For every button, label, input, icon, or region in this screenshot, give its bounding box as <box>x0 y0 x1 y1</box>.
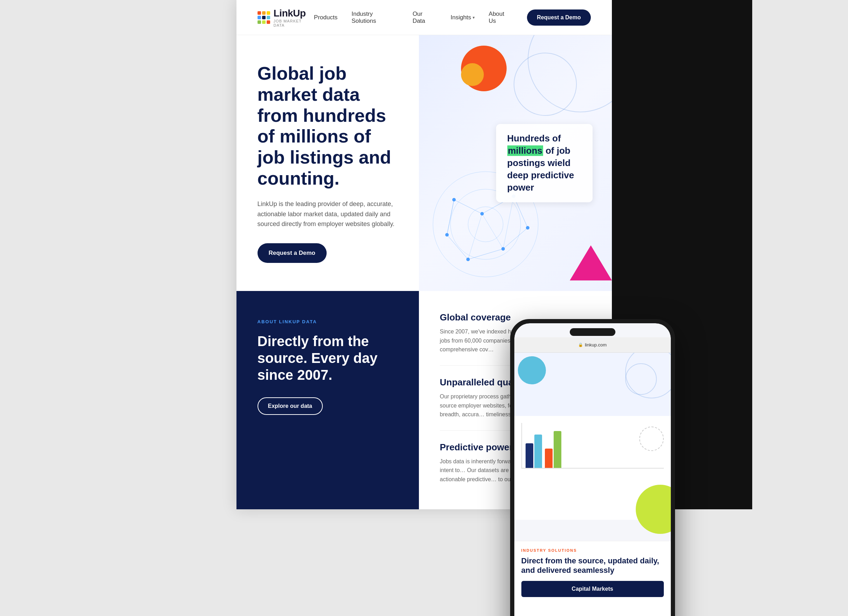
svg-point-18 <box>501 247 505 251</box>
hero-overlay-text: Hundreds of millions of job postings wie… <box>507 132 581 194</box>
hero-visual: Hundreds of millions of job postings wie… <box>419 35 612 291</box>
svg-point-15 <box>480 212 484 215</box>
svg-point-20 <box>445 233 449 237</box>
phone-circle-outline-2 <box>625 363 657 395</box>
phone-url-bar: 🔒 linkup.com <box>514 337 671 353</box>
phone-teal-circle <box>518 356 546 384</box>
phone-hero-visual <box>514 353 671 416</box>
hero-title: Global job market data from hundreds of … <box>258 63 398 189</box>
svg-point-19 <box>466 258 470 261</box>
hero-subtitle: LinkUp is the leading provider of deep, … <box>258 199 398 229</box>
svg-point-17 <box>526 226 529 230</box>
logo-tagline: JOB MARKET DATA <box>274 19 314 27</box>
logo-text: LinkUp JOB MARKET DATA <box>274 8 314 27</box>
svg-line-7 <box>468 249 503 260</box>
bar-navy <box>526 443 533 468</box>
capital-markets-button[interactable]: Capital Markets <box>521 581 664 597</box>
hero-section: Global job market data from hundreds of … <box>236 35 419 291</box>
request-demo-hero-button[interactable]: Request a Demo <box>258 243 327 263</box>
logo-grid-icon <box>258 11 270 24</box>
lock-icon: 🔒 <box>578 343 583 347</box>
circle-outline-small <box>514 53 577 116</box>
phone-mockup: 🔒 linkup.com <box>510 319 675 616</box>
svg-line-11 <box>468 214 482 260</box>
nav-products[interactable]: Products <box>314 14 338 21</box>
explore-data-button[interactable]: Explore our data <box>258 397 323 415</box>
about-label: ABOUT LINKUP DATA <box>258 319 398 324</box>
about-title: Directly from the source. Every day sinc… <box>258 333 398 383</box>
phone-screen: 🔒 linkup.com <box>514 323 671 616</box>
nav-industry-solutions[interactable]: Industry Solutions <box>351 10 399 25</box>
bar-green <box>554 431 561 468</box>
insights-chevron-icon: ▾ <box>473 15 475 20</box>
bar-group-2 <box>545 431 561 468</box>
bar-group-1 <box>526 435 542 468</box>
triangle-pink-decoration <box>570 245 612 281</box>
navbar: LinkUp JOB MARKET DATA Products Industry… <box>236 0 612 35</box>
svg-line-13 <box>447 200 454 235</box>
yellow-circle-decoration <box>461 63 484 86</box>
right-column: Global coverage Since 2007, we've indexe… <box>419 291 612 509</box>
industry-label: INDUSTRY SOLUTIONS <box>521 548 664 552</box>
dashed-circle-decoration <box>639 426 664 451</box>
bar-blue <box>534 435 542 468</box>
logo-name: LinkUp <box>274 8 314 19</box>
nav-links: Products Industry Solutions Our Data Ins… <box>314 9 591 26</box>
svg-point-14 <box>452 198 456 202</box>
logo[interactable]: LinkUp JOB MARKET DATA <box>258 8 314 27</box>
phone-industry-section: INDUSTRY SOLUTIONS Direct from the sourc… <box>514 541 671 616</box>
svg-line-3 <box>454 200 482 214</box>
industry-title: Direct from the source, updated daily, a… <box>521 556 664 575</box>
about-panel: ABOUT LINKUP DATA Directly from the sour… <box>236 291 419 509</box>
hero-overlay-card: Hundreds of millions of job postings wie… <box>496 124 593 202</box>
bottom-section: ABOUT LINKUP DATA Directly from the sour… <box>236 291 612 509</box>
request-demo-nav-button[interactable]: Request a Demo <box>527 9 590 26</box>
nav-our-data[interactable]: Our Data <box>413 10 436 25</box>
svg-line-10 <box>482 214 503 249</box>
phone-url-text: linkup.com <box>585 342 606 347</box>
svg-line-8 <box>447 235 468 260</box>
nav-insights[interactable]: Insights ▾ <box>451 14 475 21</box>
bar-orange <box>545 448 553 468</box>
nav-about-us[interactable]: About Us <box>489 10 513 25</box>
phone-notch <box>570 328 615 336</box>
